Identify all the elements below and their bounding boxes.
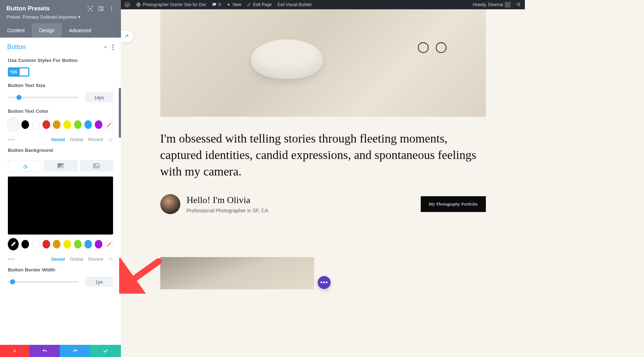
bgtab-gradient[interactable] [44,160,77,172]
tab-advanced[interactable]: Advanced [62,23,98,38]
gear-icon-2[interactable] [108,257,113,262]
label-text-size: Button Text Size [8,82,113,89]
section-button[interactable]: Button [7,43,26,51]
save-button[interactable] [90,345,121,357]
section-more-icon[interactable] [112,44,114,50]
preset-selector[interactable]: Preset: Primary Outlined imported ▾ [6,14,114,20]
wp-adminbar: Photographer Starter Site for Divi 0 New… [121,0,525,9]
globe-icon [136,2,141,7]
swatch-purple-2[interactable] [95,240,102,249]
curve-arrow-icon [124,34,130,39]
palettetab-saved[interactable]: Saved [51,137,65,142]
ab-howdy[interactable]: Howdy, Deanna [473,2,511,8]
palettetab-global-2[interactable]: Global [70,256,83,262]
input-border-width[interactable]: 1px [85,277,113,287]
tab-content[interactable]: Content [0,23,32,38]
swatch-transparent[interactable] [105,120,113,129]
swatch-yellow[interactable] [63,120,71,129]
label-bg: Button Background [8,147,113,154]
swatch-black-2[interactable] [21,240,29,249]
ab-edit-page[interactable]: Edit Page [247,2,272,7]
wp-logo[interactable] [125,2,130,8]
author-subtitle[interactable]: Professional Photographer in SF, CA [187,208,268,213]
sidebar-title: Button Presets [6,5,50,12]
plus-icon [226,3,231,7]
redo-button[interactable] [60,345,90,357]
expand-panel-toggle[interactable] [121,31,133,42]
swatch-blue-2[interactable] [84,240,92,249]
slider-text-size[interactable] [8,97,79,98]
palettetab-global[interactable]: Global [70,137,83,142]
image-icon [93,163,99,168]
swatch-orange-2[interactable] [53,240,60,249]
swatch-red[interactable] [43,120,50,129]
secondary-image [160,257,314,289]
bgtab-color[interactable] [8,160,42,172]
toggle-custom-styles[interactable]: YES [8,67,29,77]
module-fab[interactable]: ••• [318,276,331,289]
gradient-icon [58,163,64,168]
svg-point-16 [517,3,519,5]
svg-point-3 [111,6,112,8]
ab-exit-vb[interactable]: Exit Visual Builder [278,2,312,7]
ab-site-name[interactable]: Photographer Starter Site for Divi [136,2,206,7]
ab-comments[interactable]: 0 [212,2,221,7]
page-headline[interactable]: I'm obsessed with telling stories throug… [160,130,486,180]
svg-point-13 [110,259,111,260]
portfolio-button[interactable]: My Photography Portfolio [421,196,486,212]
svg-point-0 [90,8,91,9]
search-icon [516,2,521,7]
swatch-yellow-2[interactable] [63,240,71,249]
undo-button[interactable] [29,345,60,357]
swatch-white[interactable] [32,120,40,129]
svg-point-7 [112,47,114,48]
settings-sidebar: Button Presets Preset: Primary Outlined … [0,0,121,357]
palettetab-saved-2[interactable]: Saved [51,256,65,262]
more-swatches-icon-2[interactable]: ••• [8,256,15,262]
swatch-current-textcolor[interactable] [8,119,19,131]
swatch-red-2[interactable] [43,240,50,249]
paint-bucket-icon [22,163,28,169]
ab-search[interactable] [516,2,521,7]
svg-point-4 [111,8,112,9]
eyedropper-button[interactable] [8,238,19,250]
panel-body: Button Use Custom Styles For Button YES … [0,38,121,345]
swatch-blue[interactable] [84,120,92,129]
svg-rect-1 [99,7,103,11]
pencil-icon [247,3,251,7]
hero-image [160,9,486,117]
swatch-lime[interactable] [74,120,82,129]
settings-tabs: Content Design Advanced [0,23,121,38]
palettetab-recent-2[interactable]: Recent [88,256,103,262]
panel-icon[interactable] [98,6,104,11]
author-name[interactable]: Hello! I'm Olivia [187,195,268,206]
page-canvas[interactable]: I'm obsessed with telling stories throug… [121,9,525,357]
sidebar-header: Button Presets Preset: Primary Outlined … [0,0,121,23]
swatch-white-2[interactable] [32,240,40,249]
bgtab-image[interactable] [80,160,113,172]
swatch-transparent-2[interactable] [105,240,113,249]
swatch-purple[interactable] [95,120,102,129]
palettetab-recent[interactable]: Recent [88,137,103,142]
slider-border-width[interactable] [8,281,79,283]
svg-point-8 [112,49,114,50]
avatar [505,2,511,8]
check-icon [103,348,108,354]
swatch-orange[interactable] [53,120,60,129]
comment-icon [212,2,217,7]
input-text-size[interactable]: 14px [85,92,113,102]
focus-icon[interactable] [87,6,93,11]
more-swatches-icon[interactable]: ••• [8,136,15,143]
wordpress-icon [125,2,130,8]
color-preview[interactable] [8,177,113,235]
cancel-button[interactable] [0,345,29,357]
chevron-down-icon: ▾ [78,14,80,20]
chevron-up-icon[interactable] [103,45,108,50]
gear-icon[interactable] [108,137,113,142]
ab-new[interactable]: New [226,2,241,7]
svg-point-12 [95,164,96,165]
tab-design[interactable]: Design [32,23,62,38]
swatch-lime-2[interactable] [74,240,82,249]
swatch-black[interactable] [21,120,29,129]
more-icon[interactable] [109,6,114,11]
